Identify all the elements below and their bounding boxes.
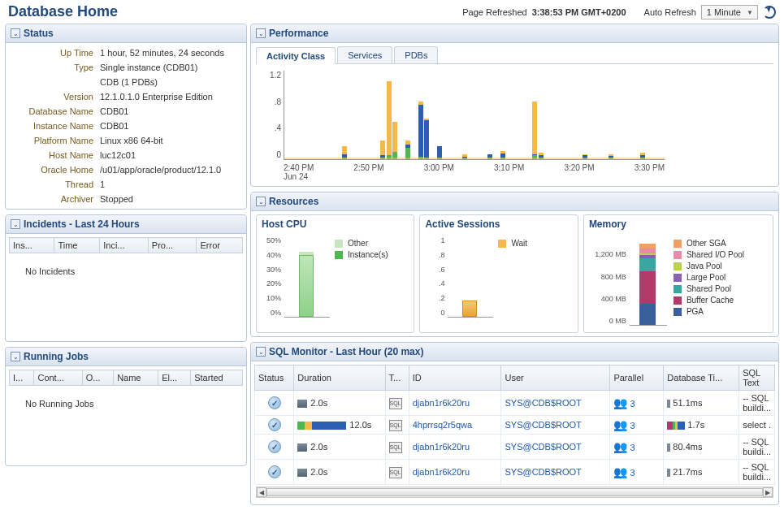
collapse-icon[interactable]: ⌄ bbox=[11, 352, 20, 361]
parallel-icon: 👥 bbox=[613, 465, 627, 478]
sql-type-icon: SQL bbox=[389, 398, 402, 409]
sql-id-link[interactable]: djabn1r6k20ru bbox=[413, 442, 470, 452]
collapse-icon[interactable]: ⌄ bbox=[256, 28, 266, 38]
column-header[interactable]: Name bbox=[114, 370, 158, 386]
status-key: Host Name bbox=[12, 150, 93, 160]
performance-x-sub: Jun 24 bbox=[284, 172, 673, 181]
performance-panel: ⌄ Performance Activity ClassServicesPDBs… bbox=[250, 24, 779, 187]
tab-pdbs[interactable]: PDBs bbox=[394, 46, 438, 63]
tab-services[interactable]: Services bbox=[337, 46, 392, 63]
status-key: Type bbox=[12, 63, 93, 72]
column-header[interactable]: Pro... bbox=[148, 238, 197, 253]
column-header[interactable]: El... bbox=[158, 370, 191, 386]
column-header[interactable]: Error bbox=[197, 238, 243, 253]
sql-type-icon: SQL bbox=[389, 442, 402, 453]
auto-refresh-select[interactable]: 1 Minute bbox=[701, 5, 758, 19]
column-header[interactable]: I... bbox=[10, 370, 34, 386]
incidents-title: Incidents - Last 24 Hours bbox=[24, 218, 140, 230]
memory-chart: 1,200 MB800 MB400 MB0 MB bbox=[630, 236, 667, 326]
incidents-empty: No Incidents bbox=[9, 253, 243, 289]
performance-chart: 1.2.8.40 bbox=[284, 71, 665, 160]
host-cpu-title: Host CPU bbox=[257, 215, 414, 233]
column-header[interactable]: O... bbox=[82, 370, 113, 386]
collapse-icon[interactable]: ⌄ bbox=[11, 28, 20, 38]
sql-user-link[interactable]: SYS@CDB$ROOT bbox=[505, 467, 581, 477]
refresh-icon[interactable] bbox=[763, 6, 776, 19]
column-header[interactable]: T... bbox=[385, 365, 409, 391]
table-row[interactable]: 12.0sSQL4hprrsq2r5qwaSYS@CDB$ROOT👥 31.7s… bbox=[255, 416, 775, 435]
page-refreshed-time: 3:38:53 PM GMT+0200 bbox=[532, 7, 626, 17]
status-key bbox=[12, 77, 93, 87]
status-ok-icon bbox=[268, 418, 281, 431]
column-header[interactable]: Database Ti... bbox=[664, 365, 739, 391]
scroll-left-icon[interactable]: ◀ bbox=[257, 487, 266, 497]
status-value: CDB01 bbox=[100, 106, 240, 116]
sql-id-link[interactable]: djabn1r6k20ru bbox=[413, 467, 470, 477]
status-value: 1 hour, 52 minutes, 24 seconds bbox=[100, 48, 240, 58]
column-header[interactable]: User bbox=[501, 365, 610, 391]
parallel-icon: 👥 bbox=[613, 440, 627, 453]
memory-title: Memory bbox=[584, 215, 773, 233]
status-key: Version bbox=[12, 92, 93, 102]
status-value: 1 bbox=[100, 179, 240, 189]
running-jobs-title: Running Jobs bbox=[24, 351, 89, 362]
running-jobs-panel: ⌄ Running Jobs I...Cont...O...NameEl...S… bbox=[5, 347, 247, 466]
sql-monitor-table: StatusDurationT...IDUserParallelDatabase… bbox=[254, 365, 775, 485]
status-value: Stopped bbox=[100, 194, 240, 204]
scroll-right-icon[interactable]: ▶ bbox=[763, 487, 773, 497]
tab-activity-class[interactable]: Activity Class bbox=[256, 47, 336, 64]
column-header[interactable]: Parallel bbox=[610, 365, 664, 391]
column-header[interactable]: Ins... bbox=[10, 238, 54, 253]
status-key: Up Time bbox=[12, 48, 93, 58]
column-header[interactable]: ID bbox=[409, 365, 501, 391]
auto-refresh-label: Auto Refresh bbox=[644, 7, 696, 17]
column-header[interactable]: Status bbox=[255, 365, 294, 391]
sql-id-link[interactable]: djabn1r6k20ru bbox=[413, 398, 470, 408]
incidents-panel: ⌄ Incidents - Last 24 Hours Ins...TimeIn… bbox=[5, 214, 247, 342]
column-header[interactable]: Cont... bbox=[34, 370, 82, 386]
status-ok-icon bbox=[268, 396, 281, 409]
column-header[interactable]: Inci... bbox=[100, 238, 149, 253]
running-jobs-empty: No Running Jobs bbox=[9, 386, 243, 422]
active-sessions-title: Active Sessions bbox=[420, 215, 577, 233]
resources-title: Resources bbox=[269, 196, 318, 207]
sql-type-icon: SQL bbox=[389, 420, 402, 431]
status-value: luc12c01 bbox=[100, 150, 240, 160]
sql-user-link[interactable]: SYS@CDB$ROOT bbox=[505, 420, 581, 430]
parallel-icon: 👥 bbox=[613, 396, 627, 409]
table-row[interactable]: 2.0sSQLdjabn1r6k20ruSYS@CDB$ROOT👥 321.7m… bbox=[255, 460, 775, 485]
collapse-icon[interactable]: ⌄ bbox=[256, 347, 266, 357]
host-cpu-box: Host CPU 50%40%30%20%10%0% OtherInstance… bbox=[256, 214, 414, 333]
horizontal-scrollbar[interactable]: ◀ ▶ bbox=[256, 487, 773, 498]
status-ok-icon bbox=[268, 440, 281, 453]
collapse-icon[interactable]: ⌄ bbox=[256, 197, 266, 206]
page-title: Database Home bbox=[8, 3, 118, 20]
status-value: CDB01 bbox=[100, 121, 240, 131]
header-toolbar: Page Refreshed 3:38:53 PM GMT+0200 Auto … bbox=[462, 5, 776, 19]
incidents-table: Ins...TimeInci...Pro...Error bbox=[9, 237, 243, 253]
sql-user-link[interactable]: SYS@CDB$ROOT bbox=[505, 442, 581, 452]
collapse-icon[interactable]: ⌄ bbox=[11, 219, 20, 229]
column-header[interactable]: SQL Text bbox=[739, 365, 775, 391]
sql-monitor-panel: ⌄ SQL Monitor - Last Hour (20 max) Statu… bbox=[250, 342, 779, 505]
table-row[interactable]: 2.0sSQLdjabn1r6k20ruSYS@CDB$ROOT👥 351.1m… bbox=[255, 391, 775, 416]
sql-user-link[interactable]: SYS@CDB$ROOT bbox=[505, 398, 581, 408]
status-title: Status bbox=[24, 28, 54, 39]
column-header[interactable]: Time bbox=[54, 238, 100, 253]
status-panel: ⌄ Status Up Time1 hour, 52 minutes, 24 s… bbox=[5, 24, 247, 210]
active-sessions-box: Active Sessions 1.8.6.4.20 Wait bbox=[419, 214, 578, 333]
column-header[interactable]: Duration bbox=[294, 365, 385, 391]
active-sessions-chart: 1.8.6.4.20 bbox=[448, 236, 493, 318]
status-ok-icon bbox=[268, 465, 281, 478]
status-value: CDB (1 PDBs) bbox=[100, 77, 240, 87]
status-key: Platform Name bbox=[12, 136, 93, 145]
memory-box: Memory 1,200 MB800 MB400 MB0 MB Other SG… bbox=[583, 214, 773, 333]
column-header[interactable]: Started bbox=[191, 370, 243, 386]
table-row[interactable]: 2.0sSQLdjabn1r6k20ruSYS@CDB$ROOT👥 380.4m… bbox=[255, 435, 775, 460]
host-cpu-chart: 50%40%30%20%10%0% bbox=[284, 236, 330, 318]
running-jobs-table: I...Cont...O...NameEl...Started bbox=[9, 370, 243, 386]
sql-id-link[interactable]: 4hprrsq2r5qwa bbox=[413, 420, 472, 430]
scrollbar-thumb[interactable] bbox=[266, 488, 763, 496]
status-key: Archiver bbox=[12, 194, 93, 204]
status-value: Single instance (CDB01) bbox=[100, 63, 240, 72]
